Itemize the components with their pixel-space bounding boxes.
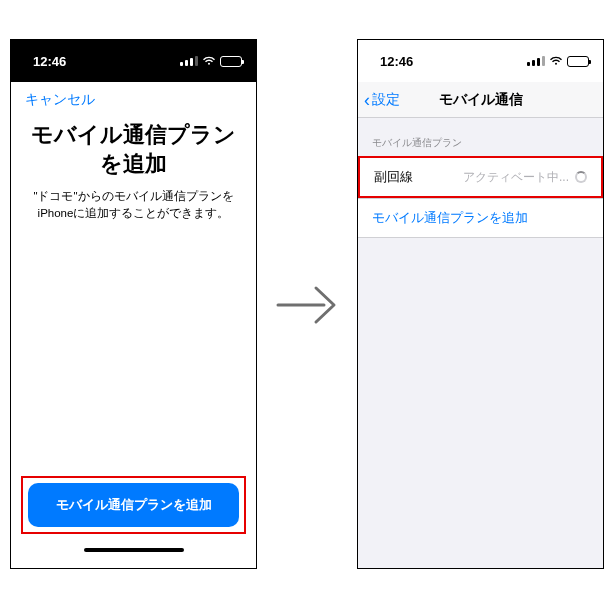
add-plan-label: モバイル通信プランを追加	[372, 209, 528, 227]
plan-label: 副回線	[374, 168, 413, 186]
status-icons	[527, 56, 589, 67]
add-plan-button[interactable]: モバイル通信プランを追加	[28, 483, 239, 527]
status-bar: 12:46	[11, 40, 256, 82]
spinner-icon	[575, 171, 587, 183]
phone-screen-add-plan: 12:46 キャンセル モバイル通信プランを追加 "ドコモ"からのモバイル通信プ…	[10, 39, 257, 569]
back-button[interactable]: ‹ 設定	[364, 82, 400, 117]
title-area: モバイル通信プランを追加 "ドコモ"からのモバイル通信プランをiPhoneに追加…	[11, 113, 256, 223]
battery-icon	[567, 56, 589, 67]
nav-bar: ‹ 設定 モバイル通信	[358, 82, 603, 118]
section-header: モバイル通信プラン	[358, 118, 603, 156]
page-title: モバイル通信プランを追加	[25, 121, 242, 178]
nav-title: モバイル通信	[439, 91, 523, 109]
battery-icon	[220, 56, 242, 67]
status-time: 12:46	[33, 54, 66, 69]
bottom-area: モバイル通信プランを追加	[11, 476, 256, 568]
cancel-button[interactable]: キャンセル	[25, 91, 95, 107]
signal-icon	[180, 56, 198, 66]
arrow-icon	[276, 280, 338, 330]
plan-status: アクティベート中...	[463, 169, 587, 186]
phone-screen-cellular-settings: 12:46 ‹ 設定 モバイル通信 モバイル通信プラン 副回線 アクティベート中…	[357, 39, 604, 569]
nav-bar: キャンセル	[11, 82, 256, 113]
status-bar: 12:46	[358, 40, 603, 82]
plan-status-text: アクティベート中...	[463, 169, 569, 186]
signal-icon	[527, 56, 545, 66]
highlight-annotation: モバイル通信プランを追加	[21, 476, 246, 534]
back-label: 設定	[372, 91, 400, 109]
chevron-left-icon: ‹	[364, 91, 370, 109]
plan-row[interactable]: 副回線 アクティベート中...	[360, 158, 601, 196]
status-time: 12:46	[380, 54, 413, 69]
page-subtitle: "ドコモ"からのモバイル通信プランをiPhoneに追加することができます。	[25, 188, 242, 223]
status-icons	[180, 56, 242, 67]
home-indicator[interactable]	[84, 548, 184, 552]
highlight-annotation: 副回線 アクティベート中...	[358, 156, 603, 198]
add-plan-row[interactable]: モバイル通信プランを追加	[358, 198, 603, 238]
wifi-icon	[549, 56, 563, 66]
wifi-icon	[202, 56, 216, 66]
